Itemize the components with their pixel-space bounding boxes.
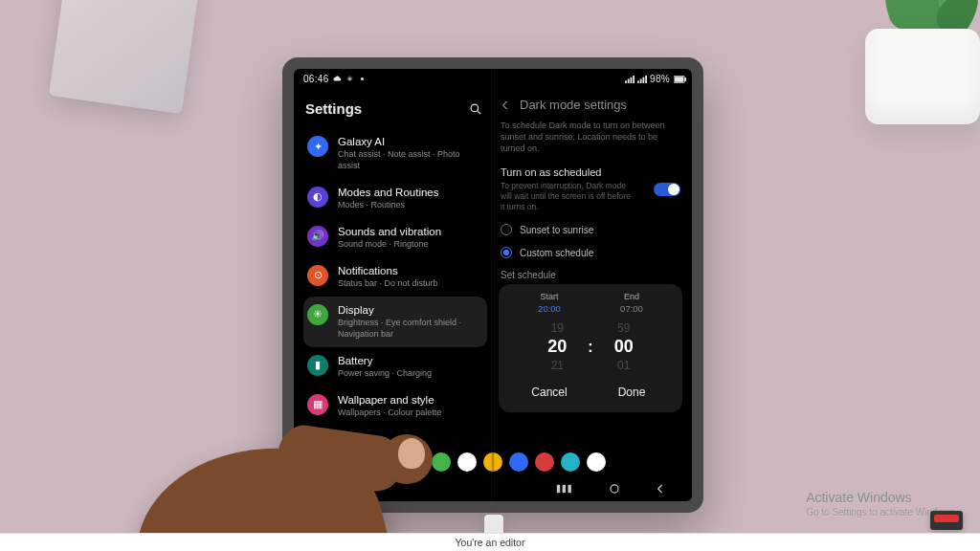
settings-row-icon: 🔊 — [307, 226, 328, 247]
settings-row-title: Notifications — [338, 264, 438, 277]
svg-rect-17 — [568, 485, 571, 493]
dock-app[interactable] — [561, 452, 580, 472]
settings-row[interactable]: ⬚rs · Icons — [303, 426, 487, 448]
settings-row-title: Wallpaper and style — [338, 393, 441, 407]
search-icon — [468, 101, 482, 116]
start-value: 20:00 — [508, 303, 590, 314]
settings-row-title: Modes and Routines — [338, 186, 438, 199]
svg-rect-11 — [675, 77, 683, 82]
schedule-box: Start 20:00 End 07:00 19 20 — [499, 284, 682, 412]
dock-app[interactable] — [406, 452, 425, 472]
settings-row-title: Battery — [338, 354, 432, 367]
start-caption: Start — [508, 292, 590, 301]
settings-row-sub: Brightness · Eye comfort shield · Naviga… — [338, 318, 483, 340]
settings-row-sub: Power saving · Charging — [338, 368, 432, 380]
settings-row-icon: ▦ — [307, 394, 328, 415]
toggle-switch[interactable] — [654, 183, 680, 196]
help-text: To schedule Dark mode to turn on between… — [499, 120, 682, 164]
svg-point-18 — [611, 485, 618, 493]
device-frame: 06:46 — [282, 57, 703, 513]
hour-next: 21 — [551, 359, 564, 372]
schedule-end[interactable]: End 07:00 — [590, 292, 673, 314]
nav-back[interactable] — [654, 482, 667, 496]
radio-custom[interactable]: Custom schedule — [499, 241, 682, 264]
settings-row-icon: ⬚ — [307, 433, 328, 448]
recents-icon — [556, 484, 575, 494]
signal2-icon — [637, 75, 646, 83]
svg-rect-15 — [557, 485, 560, 493]
hour-wheel[interactable]: 19 20 21 — [532, 321, 582, 372]
status-bar: 06:46 — [294, 69, 692, 88]
search-button[interactable] — [464, 98, 485, 119]
settings-row-sub: Wallpapers · Colour palette — [338, 408, 441, 419]
min-next: 01 — [617, 359, 630, 372]
dock-app[interactable] — [380, 452, 399, 472]
signal-icon — [625, 75, 634, 83]
glass-prop — [49, 0, 200, 114]
dock-app[interactable] — [483, 452, 502, 472]
gear-icon — [345, 75, 354, 83]
settings-row[interactable]: ☀DisplayBrightness · Eye comfort shield … — [303, 297, 487, 347]
settings-row-sub: Chat assist · Note assist · Photo assist — [338, 149, 483, 171]
dock-app[interactable] — [587, 452, 606, 472]
dock-app[interactable] — [509, 452, 528, 472]
settings-row-title: Sounds and vibration — [338, 225, 441, 238]
dock-app[interactable] — [432, 452, 451, 472]
dock-app[interactable] — [535, 452, 554, 472]
nav-bar — [294, 476, 692, 501]
cloud-icon — [333, 75, 342, 83]
settings-row[interactable]: 🔊Sounds and vibrationSound mode · Ringto… — [303, 218, 487, 257]
cancel-button[interactable]: Cancel — [508, 382, 590, 403]
panes: Settings ✦Galaxy AIChat assist · Note as… — [294, 88, 692, 448]
schedule-toggle-row[interactable]: Turn on as scheduled To prevent interrup… — [499, 164, 682, 218]
nav-recents[interactable] — [556, 484, 575, 494]
settings-row[interactable]: ✦Galaxy AIChat assist · Note assist · Ph… — [303, 128, 487, 179]
watermark-line1: Activate Windows — [806, 490, 957, 507]
settings-row-sub: Sound mode · Ringtone — [338, 239, 441, 251]
settings-row[interactable]: ▮BatteryPower saving · Charging — [303, 347, 487, 386]
schedule-start[interactable]: Start 20:00 — [508, 292, 590, 314]
svg-rect-8 — [643, 77, 645, 82]
home-icon — [608, 482, 621, 496]
svg-rect-12 — [684, 77, 686, 81]
settings-row[interactable]: ▦Wallpaper and styleWallpapers · Colour … — [303, 386, 487, 426]
settings-row-icon: ◐ — [307, 187, 328, 208]
chevron-left-icon — [499, 99, 512, 112]
schedule-label: Set schedule — [499, 264, 682, 284]
left-pane: Settings ✦Galaxy AIChat assist · Note as… — [294, 88, 493, 448]
toggle-title: Turn on as scheduled — [501, 166, 635, 180]
settings-row-sub: rs · Icons — [338, 433, 373, 445]
time-picker[interactable]: 19 20 21 : 59 00 01 — [508, 321, 673, 372]
footer-bar: You're an editor — [0, 533, 980, 551]
app-dock[interactable] — [294, 448, 692, 476]
footer-text: You're an editor — [456, 537, 525, 548]
status-time: 06:46 — [303, 74, 329, 84]
settings-row-title: Display — [338, 303, 483, 317]
radio-sunset[interactable]: Sunset to sunrise — [499, 218, 682, 241]
settings-row-icon: ▮ — [307, 355, 328, 376]
toggle-sub: To prevent interruption, Dark mode will … — [501, 181, 635, 212]
svg-rect-3 — [628, 78, 630, 83]
settings-row-icon: ⊙ — [307, 265, 328, 286]
settings-list[interactable]: ✦Galaxy AIChat assist · Note assist · Ph… — [303, 128, 487, 448]
minute-wheel[interactable]: 59 00 01 — [599, 321, 649, 372]
stage: 06:46 — [0, 0, 980, 551]
screen: 06:46 — [294, 69, 692, 501]
back-button[interactable] — [499, 99, 512, 112]
settings-row-sub: Status bar · Do not disturb — [338, 278, 438, 290]
svg-point-13 — [471, 104, 479, 112]
right-pane: Dark mode settings To schedule Dark mode… — [493, 88, 692, 448]
min-cur: 00 — [614, 337, 634, 357]
settings-row[interactable]: ⊙NotificationsStatus bar · Do not distur… — [303, 257, 487, 297]
hour-cur: 20 — [547, 337, 567, 357]
settings-row-sub: Modes · Routines — [338, 200, 438, 211]
settings-row[interactable]: ◐Modes and RoutinesModes · Routines — [303, 179, 487, 218]
settings-row-title: Galaxy AI — [338, 135, 483, 148]
dot-icon — [358, 75, 367, 83]
dock-app[interactable] — [457, 452, 477, 472]
done-button[interactable]: Done — [590, 382, 673, 403]
page-title: Settings — [305, 100, 362, 117]
nav-home[interactable] — [608, 482, 621, 496]
svg-rect-7 — [640, 78, 642, 83]
radio-checked-icon — [501, 247, 512, 258]
